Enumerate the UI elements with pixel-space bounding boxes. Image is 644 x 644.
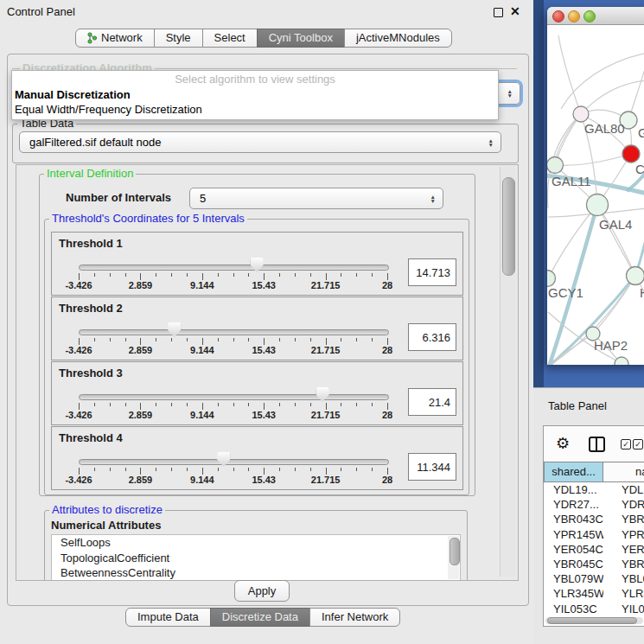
tick-mark [218,468,219,471]
attributes-scrollbar[interactable] [448,536,459,579]
settings-vertical-scrollbar[interactable] [500,167,516,577]
table-data-combo[interactable]: galFiltered.sif default node ▲▼ [19,131,501,153]
tick-mark [187,468,188,471]
bottom-tab-discretize-data[interactable]: Discretize Data [210,608,310,627]
network-node[interactable] [627,267,644,285]
attribute-list-item[interactable]: TopologicalCoefficient [52,551,460,566]
cell-shared-name: YLR345W [544,586,603,601]
tick-label: 28 [382,410,392,420]
threshold-value-field[interactable]: 14.713 [408,258,456,286]
cell-name: YBR0 [603,512,644,526]
attribute-list-item[interactable]: BetweennessCentrality [52,565,460,581]
column-header-shared-name[interactable]: shared... [544,462,603,482]
gear-icon[interactable]: ⚙ [556,434,570,453]
tab-network[interactable]: Network [75,29,155,48]
tick-mark [248,468,249,471]
tick-mark [326,403,327,410]
table-row[interactable]: YIL053CYIL0 [544,602,644,616]
column-header-name[interactable]: na [603,462,644,482]
tick-label: 21.715 [311,345,341,355]
threshold-value-field[interactable]: 11.344 [408,453,456,481]
table-data-value: galFiltered.sif default node [29,132,161,152]
attributes-scrollbar-thumb[interactable] [450,538,460,565]
threshold-label: Threshold 3 [59,367,123,379]
network-node[interactable] [547,157,564,174]
attribute-list-item[interactable]: SelfLoops [52,535,460,551]
table-row[interactable]: YDL19...YDL1 [544,482,644,497]
slider-track[interactable] [79,329,389,335]
stepper-arrows-icon: ▲▼ [507,89,513,98]
threshold-value-field[interactable]: 6.316 [408,323,456,351]
threshold-slider-box: Threshold 3 -3.4262.8599.14415.4321.7152… [51,361,463,425]
close-icon[interactable]: ✕ [510,4,520,18]
tab-select[interactable]: Select [202,29,258,48]
close-traffic-light[interactable] [552,10,564,22]
checkbox-icon[interactable]: ✓ [621,439,631,450]
cell-shared-name: YBR045C [544,557,603,571]
number-of-intervals-combo[interactable]: 5 ▲▼ [189,188,443,209]
tick-mark [125,338,126,341]
bottom-tab-impute-data[interactable]: Impute Data [125,608,211,627]
network-node-label: C [635,162,644,176]
table-horizontal-scrollbar[interactable] [545,617,643,624]
network-node[interactable] [547,271,556,287]
tick-mark [248,338,249,341]
tab-jactivemnodules[interactable]: jActiveMNodules [344,29,452,48]
apply-button[interactable]: Apply [234,580,290,602]
tick-label: 15.43 [252,280,276,290]
tick-label: -3.426 [65,280,92,290]
tick-label: 28 [382,280,392,290]
tick-mark [372,468,373,471]
table-row[interactable]: YLR345WYLR3 [544,586,644,601]
threshold-value-field[interactable]: 21.4 [408,388,456,416]
network-view-window: GAL80G.CGAL11GAL4GCY1HHAP2 [547,7,644,365]
tick-mark [156,273,156,277]
network-node-label: GCY1 [548,285,583,300]
table-row[interactable]: YDR27...YDR2 [544,497,644,512]
slider-track[interactable] [79,265,389,271]
network-window-titlebar[interactable] [547,7,644,25]
cell-name: YIL0 [603,602,644,616]
slider-track[interactable] [79,394,389,400]
network-node-label: GAL11 [552,174,591,188]
network-edge[interactable] [561,53,644,109]
table-row[interactable]: YBL079WYBL0 [544,571,644,586]
dropdown-option-manual[interactable]: Manual Discretization [12,87,498,102]
tick-mark [110,403,111,406]
dropdown-option-equal-width[interactable]: Equal Width/Frequency Discretization [12,102,498,117]
threshold-label: Threshold 1 [59,237,123,250]
network-node[interactable] [573,106,589,122]
tab-label: jActiveMNodules [356,29,440,48]
zoom-traffic-light[interactable] [583,10,596,22]
attributes-group: Attributes to discretize Numerical Attri… [44,510,468,581]
float-window-icon[interactable] [494,8,503,17]
tick-mark [140,468,141,475]
desktop-edge-strip [533,0,544,387]
network-node-label: GAL4 [599,217,632,232]
table-row[interactable]: YBR043CYBR0 [544,512,644,526]
slider-track[interactable] [79,459,389,465]
threshold-coordinates-group: Threshold's Coordinates for 5 Intervals … [44,219,469,495]
table-scrollbar-thumb[interactable] [547,617,637,624]
network-node[interactable] [587,194,609,216]
screenshot-root: Control Panel ✕ NetworkStyleSelectCyni T… [0,0,644,644]
minimize-traffic-light[interactable] [568,10,580,22]
table-row[interactable]: YBR045CYBR0 [544,557,644,571]
cell-shared-name: YPR145W [544,527,603,542]
split-columns-icon[interactable] [589,437,605,452]
tick-mark [94,403,95,406]
numerical-attributes-list[interactable]: SelfLoopsTopologicalCoefficientBetweenne… [51,534,461,581]
control-panel: Control Panel ✕ NetworkStyleSelectCyni T… [0,0,533,644]
tab-cyni-toolbox[interactable]: Cyni Toolbox [257,29,345,48]
network-canvas[interactable]: GAL80G.CGAL11GAL4GCY1HHAP2 [547,25,644,365]
tab-style[interactable]: Style [154,29,203,48]
table-row[interactable]: YER054CYER0 [544,542,644,557]
network-node[interactable] [622,145,640,163]
network-edge[interactable] [558,35,581,114]
table-row[interactable]: YPR145WYPR1 [544,527,644,542]
settings-scrollbar-thumb[interactable] [502,177,515,276]
tick-mark [295,403,296,406]
bottom-tab-infer-network[interactable]: Infer Network [309,608,400,627]
tick-label: 28 [382,345,392,355]
checkbox-icon[interactable]: ✓ [633,439,643,450]
